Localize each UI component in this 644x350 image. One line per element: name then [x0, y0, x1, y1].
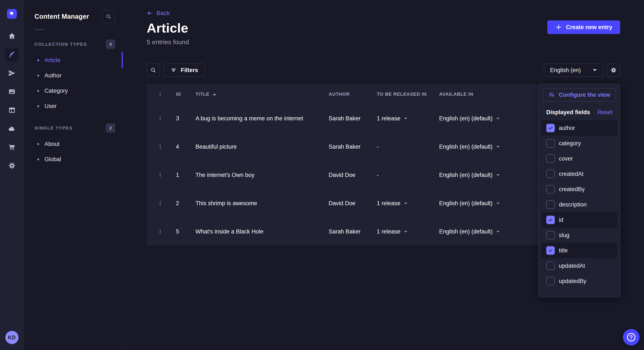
- chevron-down-icon: [496, 202, 500, 205]
- cell-released: -: [377, 144, 439, 150]
- sidebar-search-button[interactable]: [102, 10, 115, 23]
- field-option-cover[interactable]: cover: [541, 151, 617, 166]
- checkbox[interactable]: [546, 231, 555, 239]
- row-checkbox[interactable]: [160, 116, 160, 121]
- field-option-createdBy[interactable]: createdBy: [541, 181, 617, 197]
- field-option-description[interactable]: description: [541, 197, 617, 212]
- media-library-icon[interactable]: [5, 85, 19, 98]
- cell-title: What's inside a Black Hole: [196, 228, 328, 235]
- field-option-createdAt[interactable]: createdAt: [541, 166, 617, 181]
- rail-icon-list: [5, 29, 19, 173]
- collection-types-section: COLLECTION TYPES 4 Article Author Catego…: [24, 39, 123, 114]
- create-new-entry-button[interactable]: Create new entry: [547, 20, 620, 34]
- cell-author: Sarah Baker: [328, 115, 377, 122]
- sort-ascending-icon: [212, 93, 216, 96]
- sidebar-item-article[interactable]: Article: [24, 52, 123, 68]
- checkmark-icon: [548, 248, 553, 253]
- configure-list-icon: [548, 92, 555, 98]
- single-types-section: SINGLE TYPES 2 About Global: [24, 123, 123, 167]
- gear-icon: [610, 67, 617, 73]
- bullet-icon: [37, 143, 39, 145]
- content-manager-sidebar: Content Manager COLLECTION TYPES 4 Artic…: [24, 0, 123, 350]
- cell-author: Sarah Baker: [328, 144, 377, 150]
- sidebar-title: Content Manager: [34, 13, 89, 20]
- checkbox[interactable]: [546, 216, 555, 224]
- cell-released: -: [377, 172, 439, 178]
- rail-header: [0, 0, 24, 28]
- checkbox[interactable]: [546, 154, 555, 163]
- locale-select[interactable]: English (en): [544, 64, 603, 77]
- field-option-updatedAt[interactable]: updatedAt: [541, 258, 617, 273]
- checkbox[interactable]: [546, 124, 555, 132]
- sidebar-item-global[interactable]: Global: [24, 152, 123, 167]
- column-header-author: AUTHOR: [328, 91, 377, 97]
- view-settings-panel: Configure the view Displayed fields Rese…: [538, 84, 620, 297]
- checkmark-icon: [548, 217, 553, 222]
- bullet-icon: [37, 75, 39, 77]
- bullet-icon: [37, 59, 39, 61]
- sidebar-item-about[interactable]: About: [24, 136, 123, 152]
- single-types-label: SINGLE TYPES: [34, 126, 72, 131]
- checkbox[interactable]: [546, 200, 555, 209]
- bullet-icon: [37, 105, 39, 107]
- chevron-down-icon: [496, 174, 500, 176]
- rail-footer: KD: [0, 325, 24, 350]
- content-type-builder-icon[interactable]: [5, 103, 19, 117]
- content-manager-feather-icon[interactable]: [5, 48, 19, 61]
- cell-title: A bug is becoming a meme on the internet: [196, 115, 328, 122]
- checkbox[interactable]: [546, 262, 555, 270]
- settings-gear-icon[interactable]: [5, 159, 19, 173]
- displayed-fields-title: Displayed fields: [546, 109, 590, 116]
- cell-released[interactable]: 1 release: [377, 115, 439, 122]
- checkbox[interactable]: [546, 170, 555, 178]
- strapi-logo[interactable]: [7, 9, 17, 19]
- field-option-id[interactable]: id: [541, 212, 617, 227]
- question-mark-icon: ?: [627, 333, 636, 342]
- checkbox[interactable]: [546, 277, 555, 285]
- configure-the-view-button[interactable]: Configure the view: [543, 88, 616, 101]
- releases-plane-icon[interactable]: [5, 66, 19, 80]
- search-button[interactable]: [147, 64, 160, 77]
- sidebar-item-author[interactable]: Author: [24, 68, 123, 83]
- cell-released[interactable]: 1 release: [377, 228, 439, 235]
- cell-author: David Doe: [328, 200, 377, 207]
- help-button[interactable]: ?: [623, 329, 640, 346]
- field-option-category[interactable]: category: [541, 136, 617, 151]
- entries-count: 5 entries found: [147, 38, 620, 46]
- user-avatar[interactable]: KD: [5, 331, 18, 344]
- checkbox[interactable]: [546, 139, 555, 148]
- column-header-title[interactable]: TITLE: [196, 91, 328, 97]
- field-option-title[interactable]: title: [541, 243, 617, 258]
- row-checkbox[interactable]: [160, 229, 160, 234]
- view-settings-gear-button[interactable]: [607, 64, 620, 77]
- filters-button[interactable]: Filters: [164, 64, 205, 77]
- sidebar-divider: [34, 29, 44, 30]
- filter-icon: [170, 67, 177, 73]
- collection-types-count-badge: 4: [106, 39, 115, 49]
- checkmark-icon: [548, 126, 553, 131]
- field-option-updatedBy[interactable]: updatedBy: [541, 273, 617, 289]
- field-option-author[interactable]: author: [541, 120, 617, 136]
- checkbox[interactable]: [546, 246, 555, 255]
- checkbox[interactable]: [546, 185, 555, 193]
- reset-link[interactable]: Reset: [597, 109, 612, 116]
- cell-released[interactable]: 1 release: [377, 200, 439, 207]
- column-header-released: TO BE RELEASED IN: [377, 91, 439, 97]
- field-option-slug[interactable]: slug: [541, 227, 617, 243]
- marketplace-cart-icon[interactable]: [5, 140, 19, 154]
- toolbar: Filters English (en): [147, 64, 620, 77]
- chevron-down-icon: [404, 202, 408, 205]
- collection-types-label: COLLECTION TYPES: [34, 42, 87, 47]
- field-list: author category cover createdAt createdB…: [541, 120, 617, 289]
- row-checkbox[interactable]: [160, 201, 160, 205]
- sidebar-item-user[interactable]: User: [24, 98, 123, 114]
- select-all-checkbox[interactable]: [160, 92, 160, 96]
- plus-icon: [555, 24, 562, 31]
- row-checkbox[interactable]: [160, 173, 160, 177]
- deploy-cloud-icon[interactable]: [5, 122, 19, 136]
- row-checkbox[interactable]: [160, 144, 160, 149]
- back-link[interactable]: Back: [147, 10, 170, 16]
- chevron-down-icon: [592, 68, 597, 72]
- sidebar-item-category[interactable]: Category: [24, 83, 123, 98]
- home-icon[interactable]: [5, 29, 19, 43]
